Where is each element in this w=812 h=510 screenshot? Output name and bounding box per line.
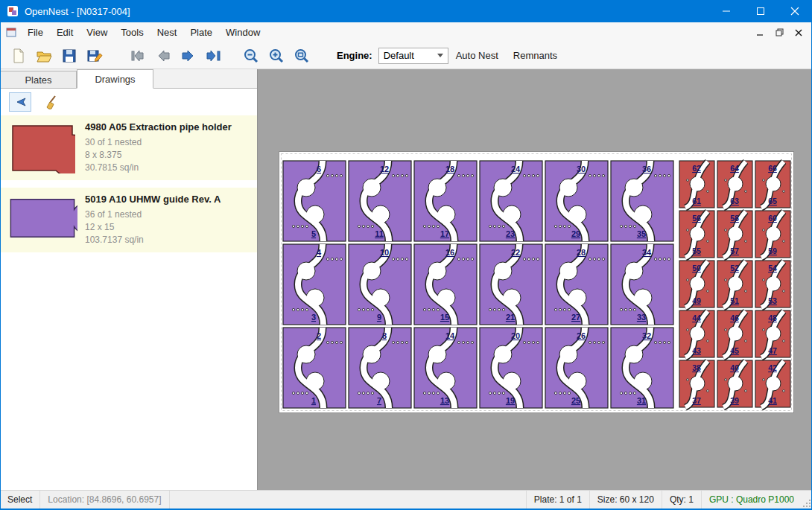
part-number: 49	[692, 296, 701, 305]
purple-part-shape-icon	[7, 195, 77, 241]
mdi-close-button[interactable]	[791, 26, 806, 39]
nest-part-pair-purple[interactable]: 2625	[545, 328, 608, 408]
nest-part-pair-purple[interactable]: 3635	[611, 161, 673, 241]
part-number: 47	[768, 346, 777, 355]
nest-part-pair-purple[interactable]: 3231	[611, 328, 673, 408]
nest-part-pair-purple[interactable]: 65	[283, 161, 346, 241]
drawings-toolbar	[0, 89, 257, 115]
nest-part-pair-purple[interactable]: 1413	[414, 328, 477, 408]
part-number: 17	[440, 229, 449, 238]
save-as-button[interactable]	[82, 45, 107, 67]
open-folder-icon	[36, 48, 52, 64]
menu-view[interactable]: View	[80, 23, 114, 42]
nest-part-pair-purple[interactable]: 87	[349, 328, 411, 408]
part-number: 38	[692, 363, 701, 372]
save-icon	[61, 48, 77, 64]
nest-part-pair-purple[interactable]: 2221	[480, 244, 542, 325]
first-plate-button[interactable]	[125, 45, 150, 67]
menu-plate[interactable]: Plate	[183, 23, 219, 42]
open-button[interactable]	[31, 45, 57, 67]
nest-part-pair-purple[interactable]: 109	[349, 244, 411, 325]
mdi-restore-button[interactable]	[772, 26, 787, 39]
new-button[interactable]	[6, 45, 31, 67]
nest-part-pair-red[interactable]: 4039	[717, 360, 752, 407]
tab-drawings[interactable]: Drawings	[77, 69, 153, 89]
nest-part-pair-purple[interactable]: 1211	[349, 161, 411, 241]
previous-plate-button[interactable]	[150, 45, 176, 67]
nest-part-pair-purple[interactable]: 21	[283, 328, 346, 408]
remnants-button[interactable]: Remnants	[506, 45, 565, 66]
list-item-drawing-1[interactable]: 4980 A05 Extraction pipe holder 30 of 1 …	[0, 115, 257, 180]
part-number: 29	[571, 229, 580, 238]
nest-part-pair-red[interactable]: 5453	[755, 261, 790, 307]
list-item-drawing-2[interactable]: 5019 A10 UHMW guide Rev. A 36 of 1 neste…	[0, 188, 257, 252]
next-plate-button[interactable]	[176, 45, 201, 67]
last-plate-button[interactable]	[201, 45, 226, 67]
part-number: 19	[506, 396, 515, 405]
nest-part-pair-purple[interactable]: 2423	[480, 161, 542, 241]
menu-file[interactable]: File	[21, 23, 50, 42]
nest-part-pair-red[interactable]: 4443	[679, 310, 714, 357]
window-close-button[interactable]	[778, 0, 812, 22]
part-number: 48	[768, 313, 777, 322]
zoom-in-icon	[268, 48, 285, 64]
nest-part-pair-red[interactable]: 5655	[679, 211, 714, 258]
part-number: 2	[317, 331, 321, 340]
drawing-name: 5019 A10 UHMW guide Rev. A	[85, 194, 221, 205]
part-number: 1	[311, 396, 316, 405]
nest-part-pair-purple[interactable]: 2019	[480, 328, 542, 408]
window-minimize-button[interactable]	[709, 0, 743, 22]
nest-canvas[interactable]: 6512111817242330293635431091615222128273…	[258, 69, 812, 490]
nest-part-pair-purple[interactable]: 43	[283, 244, 346, 325]
nest-part-pair-red[interactable]: 4847	[755, 310, 790, 357]
nest-part-pair-red[interactable]: 3837	[679, 360, 714, 407]
nest-part-pair-red[interactable]: 6665	[755, 161, 790, 208]
back-button[interactable]	[9, 92, 31, 112]
part-number: 14	[445, 331, 455, 340]
first-arrow-icon	[129, 48, 147, 64]
part-number: 42	[768, 363, 777, 372]
nest-part-pair-red[interactable]: 5049	[679, 261, 714, 307]
maximize-icon	[756, 7, 765, 16]
nest-part-pair-red[interactable]: 6261	[679, 161, 714, 208]
part-number: 5	[311, 229, 316, 238]
mdi-minimize-button[interactable]	[752, 26, 767, 39]
part-number: 7	[377, 396, 381, 405]
save-button[interactable]	[57, 45, 82, 67]
nest-part-pair-red[interactable]: 6059	[755, 211, 790, 258]
engine-select[interactable]: Default	[378, 48, 448, 64]
zoom-fit-button[interactable]	[289, 45, 314, 67]
resize-grip-icon[interactable]	[802, 491, 812, 509]
clear-button[interactable]	[40, 92, 63, 112]
nest-part-pair-red[interactable]: 4241	[755, 360, 790, 407]
part-number: 15	[440, 313, 449, 322]
nest-part-pair-purple[interactable]: 1615	[414, 244, 477, 325]
menu-tools[interactable]: Tools	[114, 23, 150, 42]
part-number: 27	[571, 313, 580, 322]
zoom-in-button[interactable]	[264, 45, 289, 67]
part-number: 22	[511, 248, 520, 257]
part-number: 21	[506, 313, 515, 322]
menu-edit[interactable]: Edit	[50, 23, 80, 42]
nest-part-pair-red[interactable]: 5857	[717, 211, 752, 258]
document-icon	[6, 27, 16, 38]
nest-part-pair-red[interactable]: 6463	[717, 161, 752, 208]
nest-part-pair-red[interactable]: 4645	[717, 310, 752, 357]
menu-nest[interactable]: Nest	[150, 23, 184, 42]
window-title: OpenNest - [N0317-004]	[25, 6, 130, 17]
nest-part-pair-purple[interactable]: 3029	[545, 161, 608, 241]
chevron-down-icon	[437, 54, 443, 57]
nest-part-pair-purple[interactable]: 3433	[611, 244, 673, 325]
zoom-out-button[interactable]	[238, 45, 264, 67]
part-number: 66	[768, 164, 777, 173]
nest-part-pair-red[interactable]: 5251	[717, 261, 752, 307]
tab-plates[interactable]: Plates	[0, 71, 77, 88]
nest-svg[interactable]: 6512111817242330293635431091615222128273…	[279, 152, 793, 412]
window-maximize-button[interactable]	[743, 0, 778, 22]
nest-part-pair-purple[interactable]: 2827	[545, 244, 608, 325]
auto-nest-button[interactable]: Auto Nest	[448, 45, 506, 66]
nest-part-pair-purple[interactable]: 1817	[414, 161, 477, 241]
part-number: 11	[375, 229, 384, 238]
plate[interactable]: 6512111817242330293635431091615222128273…	[279, 151, 794, 413]
menu-window[interactable]: Window	[219, 23, 267, 42]
